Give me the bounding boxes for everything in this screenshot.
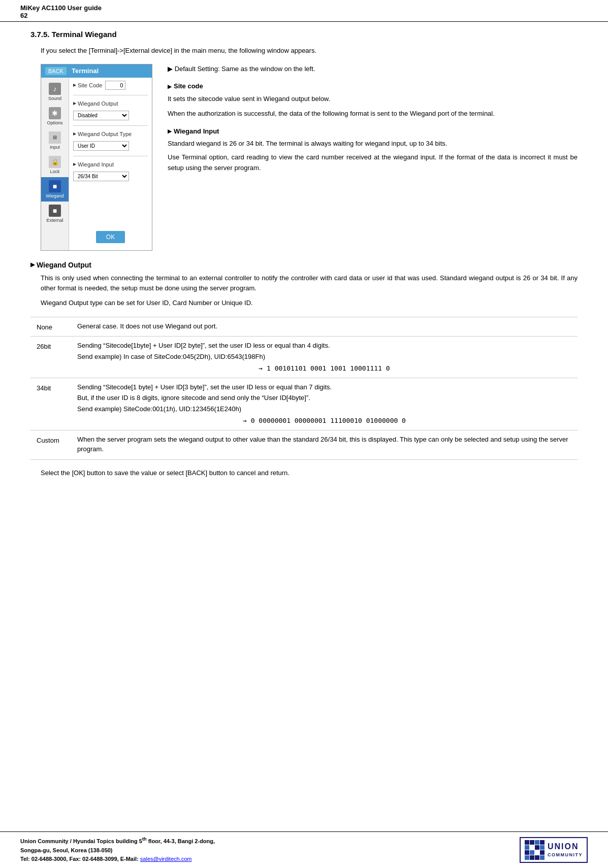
table-row: 34bitSending “Sitecode[1 byte] + User ID…: [30, 378, 578, 430]
content-area: 3.7.5. Terminal Wiegand If you select th…: [0, 22, 608, 831]
footer-email[interactable]: sales@virditech.com: [140, 856, 192, 862]
wiegand-input-text1: Standard wiegand is 26 or 34 bit. The te…: [168, 139, 578, 149]
wiegand-icon: ■: [49, 180, 61, 192]
page-wrapper: MiKey AC1100 User guide 62 3.7.5. Termin…: [0, 0, 608, 868]
site-code-header: Site code: [168, 81, 578, 92]
wiegand-output-section-header: Wiegand Output: [30, 261, 578, 269]
default-setting-block: ▶ Default Setting: Same as the window on…: [168, 64, 578, 75]
wiegand-input-select-row: 26/34 Bit: [73, 172, 148, 181]
wiegand-output-select[interactable]: Disabled Enabled: [73, 111, 129, 120]
sidebar-item-external[interactable]: ■ External: [41, 202, 69, 226]
footer-text: Union Community / Hyundai Topics buildin…: [20, 836, 215, 864]
table-cell-label: Custom: [30, 430, 71, 459]
wiegand-input-select[interactable]: 26/34 Bit: [73, 172, 129, 181]
external-icon: ■: [49, 205, 61, 217]
section-title: 3.7.5. Terminal Wiegand: [30, 30, 578, 39]
table-row: NoneGeneral case. It does not use Wiegan…: [30, 317, 578, 337]
header-bar: MiKey AC1100 User guide 62: [0, 0, 608, 22]
sidebar-item-wiegand[interactable]: ■ Wiegand: [41, 177, 69, 202]
table-cell-desc: Sending “Sitecode[1byte] + User ID[2 byt…: [71, 337, 578, 378]
table-cell-label: 34bit: [30, 378, 71, 430]
input-icon: ⊞: [49, 131, 61, 144]
default-setting-text: ▶ Default Setting: Same as the window on…: [168, 64, 578, 75]
sidebar-item-lock[interactable]: 🔒 Lock: [41, 153, 69, 177]
sidebar-item-sound[interactable]: ♪ Sound: [41, 80, 69, 104]
table-cell-label: None: [30, 317, 71, 337]
wiegand-output-para1: This is only used when connecting the te…: [41, 273, 578, 294]
sidebar-item-options[interactable]: ✱ Options: [41, 104, 69, 128]
table-cell-desc: General case. It does not use Wiegand ou…: [71, 317, 578, 337]
divider-1: [73, 95, 148, 95]
sound-icon: ♪: [49, 83, 61, 95]
options-icon: ✱: [49, 107, 61, 119]
footer-line2: Songpa-gu, Seoul, Korea (138-050): [20, 847, 113, 853]
site-code-label: Site Code: [73, 82, 102, 88]
table-cell-desc: When the server program sets the wiegand…: [71, 430, 578, 459]
divider-3: [73, 156, 148, 156]
wiegand-input-header: Wiegand Input: [168, 126, 578, 137]
terminal-body: ♪ Sound ✱ Options ⊞ Input 🔒: [41, 78, 152, 250]
wiegand-table: NoneGeneral case. It does not use Wiegan…: [30, 317, 578, 460]
logo-community: COMMUNITY: [548, 852, 583, 857]
wiegand-input-text2: Use Terminal option, card reading to vie…: [168, 152, 578, 174]
ok-button[interactable]: OK: [96, 231, 125, 243]
table-cell-desc: Sending “Sitecode[1 byte] + User ID[3 by…: [71, 378, 578, 430]
wiegand-output-label: Wiegand Output: [73, 101, 148, 107]
sidebar-item-input[interactable]: ⊞ Input: [41, 128, 69, 153]
wiegand-output-type-row: User ID Card Number Unique ID: [73, 141, 148, 151]
wiegand-output-para2: Wiegand Output type can be set for User …: [41, 298, 578, 309]
terminal-header: BACK Terminal: [41, 64, 152, 78]
table-cell-arrow: → 1 00101101 0001 1001 10001111 0: [77, 363, 571, 374]
footer-line1: Union Community / Hyundai Topics buildin…: [20, 838, 215, 844]
site-code-input[interactable]: [105, 81, 125, 90]
select-ok-text: Select the [OK] button to save the value…: [41, 468, 578, 479]
table-row: CustomWhen the server program sets the w…: [30, 430, 578, 459]
header-title: MiKey AC1100 User guide: [20, 4, 102, 12]
site-code-text2: When the authorization is successful, th…: [168, 109, 578, 119]
footer-logo: UNION COMMUNITY: [520, 837, 588, 863]
terminal-main-form: Site Code Wiegand Output Disabled Enable…: [69, 78, 152, 250]
intro-text: If you select the [Terminal]->[External …: [41, 46, 578, 56]
header-page: 62: [20, 12, 588, 19]
logo-union: UNION: [548, 842, 579, 851]
table-cell-label: 26bit: [30, 337, 71, 378]
terminal-info: ▶ Default Setting: Same as the window on…: [168, 64, 578, 251]
wiegand-input-block: Wiegand Input Standard wiegand is 26 or …: [168, 126, 578, 174]
site-code-row: Site Code: [73, 81, 148, 90]
lock-icon: 🔒: [49, 156, 61, 168]
logo-text: UNION COMMUNITY: [548, 842, 583, 857]
table-row: 26bitSending “Sitecode[1byte] + User ID[…: [30, 337, 578, 378]
terminal-sidebar: ♪ Sound ✱ Options ⊞ Input 🔒: [41, 78, 69, 250]
footer-line3: Tel: 02-6488-3000, Fax: 02-6488-3099, E-…: [20, 855, 215, 864]
terminal-ui: BACK Terminal ♪ Sound ✱ Options: [41, 64, 152, 251]
wiegand-output-type-select[interactable]: User ID Card Number Unique ID: [73, 141, 129, 151]
wiegand-output-section: Wiegand Output This is only used when co…: [30, 261, 578, 479]
back-button[interactable]: BACK: [45, 67, 67, 75]
wiegand-input-label: Wiegand Input: [73, 161, 148, 168]
site-code-text1: It sets the sitecode value sent in Wiega…: [168, 94, 578, 105]
wiegand-output-select-row: Disabled Enabled: [73, 111, 148, 120]
terminal-title: Terminal: [72, 67, 99, 75]
terminal-section: BACK Terminal ♪ Sound ✱ Options: [41, 64, 578, 251]
table-cell-arrow: → 0 00000001 00000001 11100010 01000000 …: [77, 416, 571, 426]
wiegand-output-type-label: Wiegand Output Type: [73, 131, 148, 137]
site-code-block: Site code It sets the sitecode value sen…: [168, 81, 578, 119]
divider-2: [73, 125, 148, 126]
footer-bar: Union Community / Hyundai Topics buildin…: [0, 831, 608, 868]
logo-grid: [525, 840, 545, 860]
